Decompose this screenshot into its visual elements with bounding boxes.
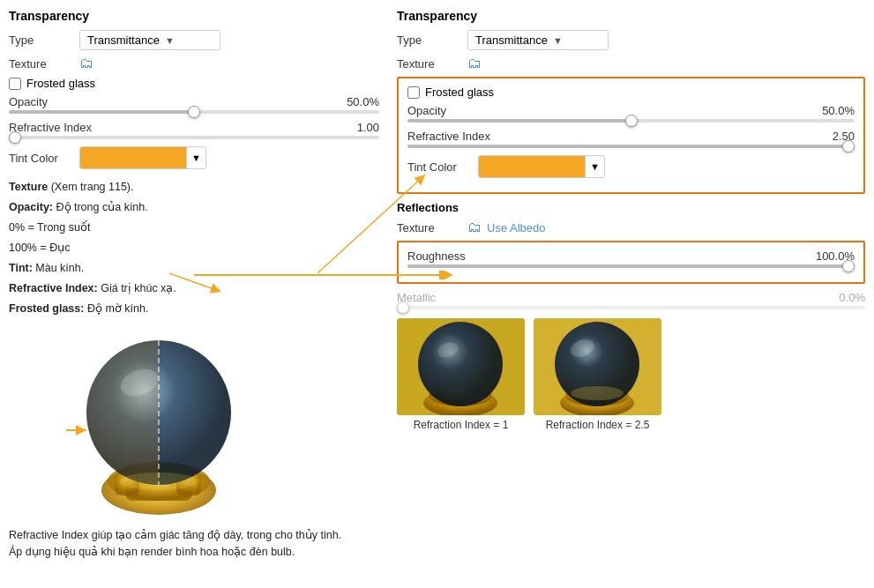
left-opacity-thumb[interactable] [188, 106, 200, 118]
right-frosted-checkbox[interactable] [407, 86, 420, 99]
right-texture-folder-icon[interactable]: 🗂 [467, 56, 482, 71]
left-opacity-track[interactable] [9, 110, 379, 114]
right-reflection-folder-icon[interactable]: 🗂 [467, 220, 482, 235]
right-opacity-label: Opacity [407, 104, 446, 117]
right-tint-dropdown-arrow-icon[interactable]: ▼ [585, 156, 604, 177]
right-frosted-label: Frosted glass [425, 86, 494, 99]
right-metallic-thumb[interactable] [397, 301, 409, 314]
orange-highlight-box-2: Roughness 100.0% [397, 241, 865, 284]
refraction-2-image [534, 318, 661, 415]
right-roughness-label: Roughness [407, 249, 466, 263]
right-tint-color-block [479, 156, 585, 177]
right-metallic-track[interactable] [397, 306, 865, 309]
use-albedo-link[interactable]: Use Albedo [487, 221, 546, 234]
left-opacity-fill [9, 110, 194, 114]
right-opacity-fill [407, 119, 631, 123]
left-refindex-label: Refractive Index [9, 121, 92, 134]
left-tint-label: Tint Color [9, 152, 79, 165]
annotation-note: Refractive Index giúp tạo cảm giác tăng … [9, 527, 379, 561]
right-refindex-label: Refractive Index [407, 130, 490, 143]
right-metallic-value: 0.0% [839, 291, 865, 304]
left-tint-dropdown-arrow-icon[interactable]: ▼ [186, 147, 205, 168]
refraction-2-label: Refraction Index = 2.5 [546, 419, 650, 431]
right-type-dropdown[interactable]: Transmittance ▼ [467, 30, 609, 50]
svg-point-23 [571, 386, 624, 400]
annotation-block: Texture (Xem trang 115). Opacity: Độ tro… [9, 178, 379, 317]
reflections-title: Reflections [397, 201, 865, 214]
right-refindex-fill [407, 145, 855, 148]
right-refindex-thumb[interactable] [842, 140, 855, 153]
right-roughness-fill [407, 264, 855, 268]
left-tint-swatch[interactable]: ▼ [79, 146, 206, 169]
left-sphere-render [62, 324, 256, 518]
right-reflection-texture-label: Texture [397, 221, 467, 234]
right-refindex-track[interactable] [407, 145, 855, 148]
refraction-1-wrap: Refraction Index = 1 [397, 318, 525, 431]
left-type-value: Transmittance [87, 33, 160, 47]
right-type-label: Type [397, 33, 467, 47]
right-tint-label: Tint Color [407, 160, 478, 174]
right-opacity-value: 50.0% [822, 104, 855, 117]
bottom-images-container: Refraction Index = 1 [397, 318, 865, 431]
svg-point-9 [119, 473, 198, 490]
right-type-arrow-icon: ▼ [553, 35, 601, 46]
left-texture-label: Texture [9, 57, 79, 71]
orange-highlight-box-1: Frosted glass Opacity 50.0% Refractive I… [397, 77, 865, 194]
left-frosted-checkbox[interactable] [9, 78, 21, 90]
left-refindex-thumb[interactable] [9, 131, 21, 144]
refraction-1-image [397, 318, 525, 415]
left-refindex-value: 1.00 [357, 121, 379, 134]
left-panel-title: Transparency [9, 9, 379, 23]
right-texture-label: Texture [397, 57, 467, 71]
left-refindex-track[interactable] [9, 136, 379, 139]
refraction-2-wrap: Refraction Index = 2.5 [534, 318, 661, 431]
svg-point-17 [418, 322, 503, 406]
right-panel-title: Transparency [397, 9, 865, 23]
left-opacity-label: Opacity [9, 95, 48, 108]
right-opacity-track[interactable] [407, 119, 855, 123]
right-opacity-thumb[interactable] [625, 115, 638, 127]
left-opacity-value: 50.0% [347, 95, 379, 108]
right-tint-swatch[interactable]: ▼ [478, 155, 605, 178]
left-texture-folder-icon[interactable]: 🗂 [79, 56, 93, 71]
left-type-label: Type [9, 33, 79, 47]
right-roughness-thumb[interactable] [842, 260, 855, 272]
refraction-1-label: Refraction Index = 1 [414, 419, 509, 431]
left-tint-color-block [80, 147, 186, 168]
left-frosted-label: Frosted glass [26, 77, 95, 90]
right-type-value: Transmittance [475, 33, 548, 47]
right-roughness-track[interactable] [407, 264, 855, 268]
left-type-dropdown[interactable]: Transmittance ▼ [79, 30, 220, 50]
left-type-arrow-icon: ▼ [165, 35, 213, 46]
